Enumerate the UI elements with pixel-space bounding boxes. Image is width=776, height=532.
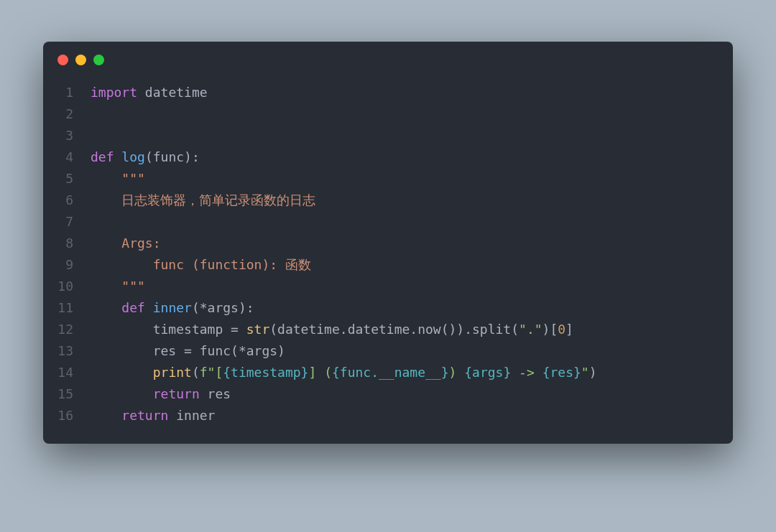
code-line: 5 """ — [57, 168, 719, 190]
code-line: 1import datetime — [57, 82, 719, 103]
code-token — [91, 386, 153, 401]
code-token: )[ — [542, 322, 558, 337]
line-number: 13 — [57, 340, 91, 362]
code-token: str — [246, 322, 270, 337]
code-content: res = func(*args) — [91, 340, 719, 362]
line-number: 1 — [57, 82, 91, 103]
code-token — [91, 171, 121, 186]
code-window: 1import datetime234def log(func):5 """6 … — [43, 42, 733, 444]
line-number: 8 — [57, 233, 91, 254]
code-token: timestamp = — [91, 322, 246, 337]
code-line: 2 — [57, 103, 719, 125]
code-content: """ — [91, 276, 719, 297]
code-content: def inner(*args): — [91, 297, 719, 319]
code-token: {args} — [464, 365, 511, 380]
code-token: f"[ — [200, 365, 223, 380]
code-token: {timestamp} — [223, 365, 308, 380]
line-number: 16 — [57, 405, 91, 426]
minimize-icon[interactable] — [75, 55, 86, 65]
code-line: 13 res = func(*args) — [57, 340, 719, 362]
close-icon[interactable] — [57, 55, 68, 65]
code-token — [114, 149, 122, 164]
code-token: -> — [511, 365, 542, 380]
code-token: inner — [168, 408, 215, 423]
code-token: (func): — [145, 149, 200, 164]
code-content: Args: — [91, 233, 719, 254]
code-line: 12 timestamp = str(datetime.datetime.now… — [57, 319, 719, 340]
code-token: return — [121, 408, 168, 423]
code-content — [91, 103, 719, 125]
code-token: ) — [589, 365, 597, 380]
code-content: return res — [91, 383, 719, 405]
code-token: ] — [565, 322, 573, 337]
code-line: 10 """ — [57, 276, 719, 297]
code-token: 0 — [558, 322, 565, 337]
code-line: 14 print(f"[{timestamp}] ({func.__name__… — [57, 362, 719, 383]
code-line: 3 — [57, 125, 719, 146]
window-titlebar — [43, 42, 733, 78]
code-token: datetime — [137, 85, 208, 100]
code-token: ) — [449, 365, 465, 380]
code-content: return inner — [91, 405, 719, 426]
line-number: 11 — [57, 297, 91, 319]
code-token: def — [91, 149, 114, 164]
code-editor: 1import datetime234def log(func):5 """6 … — [43, 78, 733, 444]
line-number: 7 — [57, 211, 91, 233]
code-line: 6 日志装饰器，简单记录函数的日志 — [57, 190, 719, 211]
code-token — [145, 300, 153, 315]
code-content: func (function): 函数 — [91, 254, 719, 276]
code-content: """ — [91, 168, 719, 190]
code-token: import — [91, 85, 137, 100]
code-line: 15 return res — [57, 383, 719, 405]
code-line: 16 return inner — [57, 405, 719, 426]
line-number: 4 — [57, 146, 91, 168]
line-number: 3 — [57, 125, 91, 146]
line-number: 15 — [57, 383, 91, 405]
code-line: 9 func (function): 函数 — [57, 254, 719, 276]
line-number: 5 — [57, 168, 91, 190]
code-token: " — [581, 365, 589, 380]
code-content: 日志装饰器，简单记录函数的日志 — [91, 190, 719, 211]
code-content: timestamp = str(datetime.datetime.now())… — [91, 319, 719, 340]
code-token: (*args): — [192, 300, 254, 315]
code-line: 7 — [57, 211, 719, 233]
code-token: 日志装饰器，简单记录函数的日志 — [91, 192, 315, 207]
line-number: 2 — [57, 103, 91, 125]
line-number: 12 — [57, 319, 91, 340]
code-line: 11 def inner(*args): — [57, 297, 719, 319]
code-content: print(f"[{timestamp}] ({func.__name__}) … — [91, 362, 719, 383]
code-token: Args: — [91, 235, 161, 251]
code-token: log — [121, 149, 145, 164]
code-content — [91, 211, 719, 233]
line-number: 9 — [57, 254, 91, 276]
line-number: 14 — [57, 362, 91, 383]
line-number: 6 — [57, 190, 91, 211]
code-token: ] ( — [308, 365, 332, 380]
code-token: {res} — [542, 365, 581, 380]
line-number: 10 — [57, 276, 91, 297]
maximize-icon[interactable] — [93, 55, 104, 65]
code-token: {func.__name__} — [332, 365, 449, 380]
code-line: 4def log(func): — [57, 146, 719, 168]
code-token — [91, 279, 121, 294]
code-token: res = func(*args) — [91, 343, 285, 358]
code-token — [91, 300, 121, 315]
code-token: def — [121, 300, 145, 315]
code-token: """ — [121, 279, 145, 294]
code-token: res — [200, 386, 231, 401]
code-token: func (function): 函数 — [91, 257, 311, 272]
code-token: (datetime.datetime.now()).split( — [269, 322, 519, 337]
code-content: def log(func): — [91, 146, 719, 168]
code-token: "." — [519, 322, 542, 337]
code-token: """ — [121, 171, 145, 186]
code-token: print — [153, 365, 192, 380]
code-token: inner — [153, 300, 192, 315]
code-content: import datetime — [91, 82, 719, 103]
code-line: 8 Args: — [57, 233, 719, 254]
code-token: ( — [192, 365, 200, 380]
code-token — [91, 365, 153, 380]
code-token: return — [153, 386, 200, 401]
code-token — [91, 408, 121, 423]
code-content — [91, 125, 719, 146]
